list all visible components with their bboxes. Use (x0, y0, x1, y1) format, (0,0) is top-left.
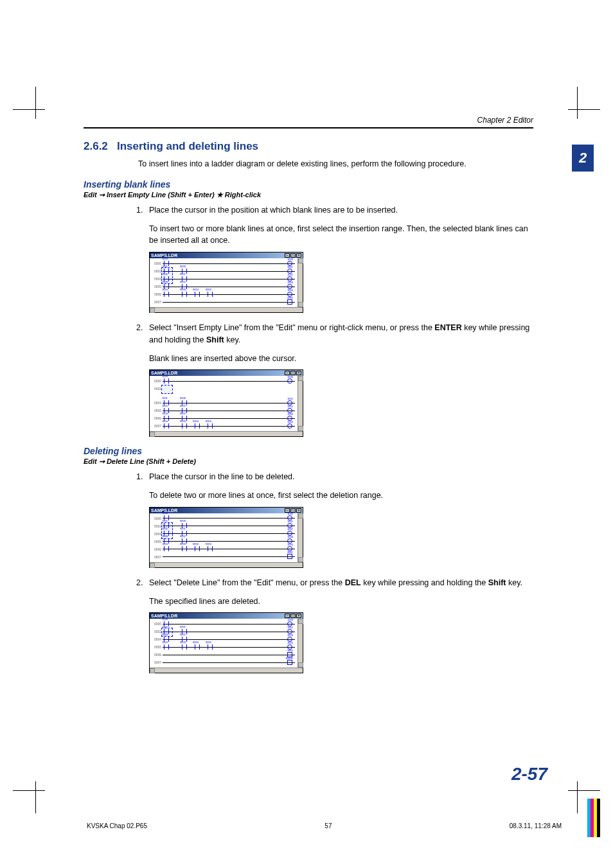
scrollbar-vertical (298, 258, 303, 307)
chapter-tab-badge: 2 (572, 145, 594, 172)
menu-path-text: Edit ➞ Insert Empty Line (Shift + Enter) (84, 191, 217, 199)
registration-color-bars (587, 799, 600, 837)
window-titlebar: SAMPS.LDR – □ × (150, 508, 303, 513)
step-number: 1. (136, 471, 149, 483)
scrollbar-vertical (298, 513, 303, 562)
section-intro: To insert lines into a ladder diagram or… (138, 158, 533, 170)
deleting-menu-path: Edit ➞ Delete Line (Shift + Delete) (84, 457, 533, 466)
screenshot-insert-before: SAMPS.LDR – □ × 0000 0002 0004 0005 0006… (149, 252, 533, 313)
window-titlebar: SAMPS.LDR – □ × (150, 370, 303, 376)
window-titlebar: SAMPS.LDR – □ × (150, 252, 303, 258)
step-number: 2. (136, 322, 149, 346)
inserting-step-1-note: To insert two or more blank lines at onc… (149, 223, 533, 247)
ladder-diagram: 0000 0002 0004 0005 0006 0007 (150, 258, 298, 307)
close-icon: × (296, 614, 301, 618)
print-footer: KVSKA Chap 02.P65 57 08.3.11, 11:28 AM (87, 822, 562, 829)
footer-timestamp: 08.3.11, 11:28 AM (510, 822, 562, 829)
inserting-step-1: 1. Place the cursor in the position at w… (136, 204, 533, 217)
menu-path-text: Right-click (223, 191, 261, 199)
step-number: 1. (136, 204, 149, 217)
ladder-diagram: 0000 0002 0004 0005 0006 0007 (150, 513, 298, 562)
keyboard-key: Shift (488, 578, 506, 587)
deleting-heading: Deleting lines (84, 446, 533, 456)
deleting-step-1: 1. Place the cursor in the line to be de… (136, 471, 533, 483)
screenshot-insert-after: SAMPS.LDR – □ × 0000 0002 0004 0005 0006… (149, 369, 533, 437)
ladder-diagram: 0000 0002 0004 0005 0006 0007 (150, 376, 298, 431)
inserting-step-2: 2. Select "Insert Empty Line" from the "… (136, 322, 533, 346)
inserting-heading: Inserting blank lines (84, 179, 533, 190)
screenshot-delete-after: SAMPS.LDR – □ × 0000 0002 0004 0005 0006… (149, 612, 533, 673)
footer-page: 57 (324, 822, 332, 829)
keyboard-key: Shift (206, 335, 224, 344)
scrollbar-vertical (298, 376, 303, 431)
keyboard-key: ENTER (434, 323, 461, 332)
deleting-step-1-note: To delete two or more lines at once, fir… (149, 490, 533, 502)
deleting-step-2-note: The specified lines are deleted. (149, 596, 533, 608)
scrollbar-horizontal (150, 307, 303, 312)
close-icon: × (296, 508, 301, 513)
close-icon: × (296, 371, 301, 375)
step-text: Place the cursor in the line to be delet… (149, 471, 533, 483)
section-heading: 2.6.2 Inserting and deleting lines (84, 140, 533, 153)
close-icon: × (296, 253, 301, 258)
page-number: 2-57 (511, 764, 547, 784)
footer-file: KVSKA Chap 02.P65 (87, 822, 147, 829)
color-bar (597, 799, 600, 837)
deleting-step-2: 2. Select "Delete Line" from the "Edit" … (136, 577, 533, 589)
inserting-step-2-note: Blank lines are inserted above the curso… (149, 353, 533, 365)
ladder-diagram: 0000 0002 0004 0005 0006 0007 (150, 619, 298, 668)
section-number: 2.6.2 (84, 140, 108, 152)
step-text: Select "Delete Line" from the "Edit" men… (149, 577, 533, 589)
scrollbar-vertical (298, 619, 303, 668)
screenshot-delete-before: SAMPS.LDR – □ × 0000 0002 0004 0005 0006… (149, 507, 533, 568)
scrollbar-horizontal (150, 431, 303, 436)
step-text: Select "Insert Empty Line" from the "Edi… (149, 322, 533, 346)
inserting-menu-path: Edit ➞ Insert Empty Line (Shift + Enter)… (84, 191, 533, 199)
keyboard-key: DEL (345, 578, 361, 587)
star-icon: ★ (217, 191, 223, 199)
page-header: Chapter 2 Editor (84, 116, 533, 128)
section-title-text: Inserting and deleting lines (117, 140, 258, 152)
window-titlebar: SAMPS.LDR – □ × (150, 613, 303, 619)
step-number: 2. (136, 577, 149, 589)
scrollbar-horizontal (150, 562, 303, 567)
step-text: Place the cursor in the position at whic… (149, 204, 533, 217)
scrollbar-horizontal (150, 668, 303, 673)
